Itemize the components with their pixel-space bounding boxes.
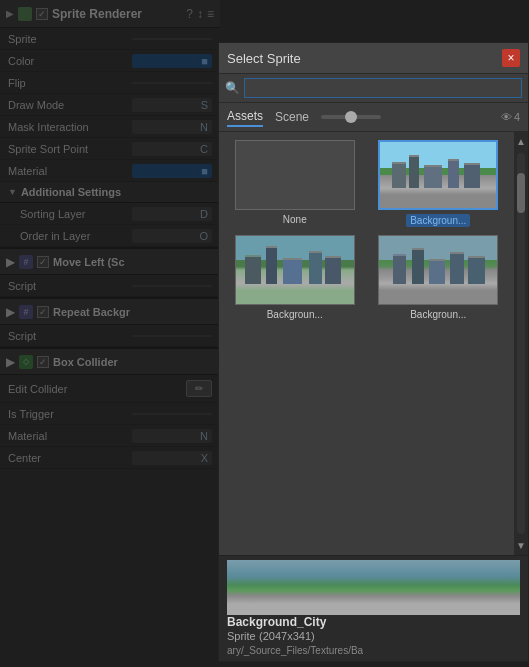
scrollbar[interactable]: ▲ ▼ <box>514 132 528 555</box>
eye-count: 4 <box>514 111 520 123</box>
sprites-grid-scroll[interactable]: None Backgroun... <box>219 132 514 555</box>
sprite-label-none: None <box>283 214 307 225</box>
sprite-label-background1: Backgroun... <box>406 214 470 227</box>
city-bg-art-3 <box>379 236 497 304</box>
tab-slider <box>321 115 489 119</box>
info-bar-image <box>227 560 520 615</box>
modal-title: Select Sprite <box>227 51 496 66</box>
sprite-thumb-background2 <box>235 235 355 305</box>
city-bg-art-1 <box>380 142 496 208</box>
tabs-row: Assets Scene 👁 4 <box>219 103 528 132</box>
search-icon: 🔍 <box>225 81 240 95</box>
eye-area: 👁 4 <box>501 111 520 123</box>
zoom-slider-thumb[interactable] <box>345 111 357 123</box>
info-city-bg-art <box>227 560 520 615</box>
info-bar-details: Background_City Sprite (2047x341) ary/_S… <box>227 615 520 657</box>
sprite-label-background3: Backgroun... <box>410 309 466 320</box>
sprite-thumb-background1 <box>378 140 498 210</box>
search-row: 🔍 <box>219 74 528 103</box>
scroll-up-arrow[interactable]: ▲ <box>512 132 528 151</box>
info-bar-subtitle: Sprite <box>227 630 256 642</box>
scroll-down-arrow[interactable]: ▼ <box>512 536 528 555</box>
zoom-slider-track[interactable] <box>321 115 381 119</box>
scrollbar-track[interactable] <box>517 153 525 534</box>
sprite-thumb-none <box>235 140 355 210</box>
sprite-item-none[interactable]: None <box>227 140 363 227</box>
info-bar-dimensions: (2047x341) <box>259 630 315 642</box>
city-bg-art-2 <box>236 236 354 304</box>
modal-close-button[interactable]: × <box>502 49 520 67</box>
scrollbar-thumb[interactable] <box>517 173 525 213</box>
search-input[interactable] <box>244 78 522 98</box>
modal-header: Select Sprite × <box>219 43 528 74</box>
sprite-thumb-background3 <box>378 235 498 305</box>
sprite-item-background3[interactable]: Backgroun... <box>371 235 507 320</box>
tab-scene[interactable]: Scene <box>275 108 309 126</box>
modal-content-area: None Backgroun... <box>219 132 528 555</box>
eye-icon[interactable]: 👁 <box>501 111 512 123</box>
info-bar-title: Background_City <box>227 615 326 629</box>
info-bar-path: ary/_Source_Files/Textures/Ba <box>227 645 363 656</box>
sprite-label-background2: Backgroun... <box>267 309 323 320</box>
sprite-item-background2[interactable]: Backgroun... <box>227 235 363 320</box>
modal-info-bar: Background_City Sprite (2047x341) ary/_S… <box>219 555 528 661</box>
tab-assets[interactable]: Assets <box>227 107 263 127</box>
sprites-grid: None Backgroun... <box>227 140 506 320</box>
select-sprite-modal: Select Sprite × 🔍 Assets Scene 👁 4 <box>218 42 529 662</box>
sprite-item-background1[interactable]: Backgroun... <box>371 140 507 227</box>
